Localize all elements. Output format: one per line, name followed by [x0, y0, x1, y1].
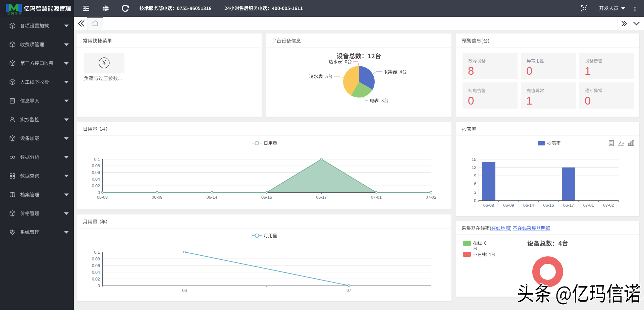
- svg-text:06-17: 06-17: [563, 203, 574, 208]
- svg-text:0.06: 0.06: [92, 263, 100, 268]
- svg-text:8: 8: [468, 65, 474, 77]
- svg-text:0.02: 0.02: [92, 184, 100, 188]
- svg-text:06: 06: [182, 288, 187, 293]
- svg-text:06-17: 06-17: [316, 195, 327, 200]
- svg-text:1: 1: [526, 95, 532, 107]
- svg-text:07-01: 07-01: [371, 195, 382, 200]
- svg-text:0: 0: [526, 65, 532, 77]
- svg-text:0: 0: [585, 95, 591, 107]
- svg-text:06-09: 06-09: [152, 195, 162, 200]
- svg-text:06-09: 06-09: [503, 203, 514, 208]
- svg-text:07-02: 07-02: [603, 203, 614, 208]
- svg-text:0.08: 0.08: [92, 164, 100, 168]
- svg-text:9: 9: [474, 174, 476, 178]
- svg-text:6: 6: [474, 182, 476, 186]
- svg-text:0.02: 0.02: [92, 277, 100, 282]
- svg-text:07: 07: [346, 288, 351, 293]
- svg-text:0.08: 0.08: [92, 257, 100, 261]
- svg-text:06-14: 06-14: [207, 195, 217, 200]
- svg-text:1: 1: [585, 65, 591, 77]
- svg-text:0.04: 0.04: [92, 177, 100, 182]
- svg-text:0.06: 0.06: [92, 170, 100, 175]
- svg-text:3: 3: [474, 190, 476, 195]
- svg-text:06-14: 06-14: [523, 203, 534, 208]
- svg-text:06-16: 06-16: [543, 203, 554, 208]
- svg-text:0: 0: [468, 95, 474, 107]
- svg-text:12: 12: [472, 165, 476, 170]
- svg-text:07-02: 07-02: [426, 195, 436, 200]
- svg-text:06-08: 06-08: [97, 195, 108, 200]
- svg-text:07-01: 07-01: [583, 203, 594, 208]
- svg-text:0: 0: [474, 198, 476, 203]
- svg-text:06-16: 06-16: [261, 195, 272, 200]
- svg-text:0: 0: [98, 190, 100, 195]
- svg-text:06-08: 06-08: [483, 203, 494, 208]
- svg-text:0.1: 0.1: [94, 250, 100, 255]
- svg-text:0.1: 0.1: [94, 157, 100, 162]
- svg-text:15: 15: [472, 157, 476, 162]
- svg-text:0.04: 0.04: [92, 270, 100, 275]
- svg-text:0: 0: [98, 284, 100, 288]
